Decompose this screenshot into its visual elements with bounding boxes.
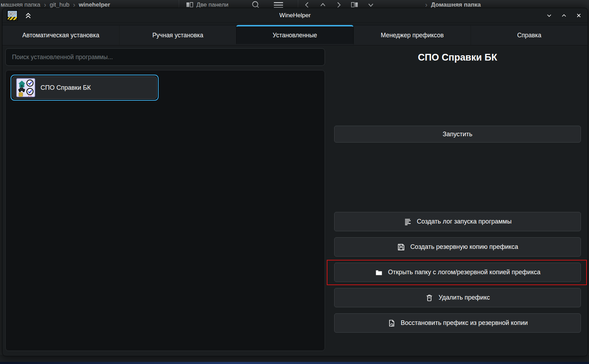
trash-icon bbox=[425, 294, 434, 302]
open-folder-label: Открыть папку с логом/резервной копией п… bbox=[388, 269, 541, 276]
installed-programs-list: 2 5 СПО Справки БК bbox=[5, 70, 325, 351]
log-lines-icon bbox=[404, 218, 412, 226]
nav-back-icon[interactable] bbox=[304, 1, 310, 8]
list-item-spo-spravki[interactable]: 2 5 СПО Справки БК bbox=[11, 75, 159, 101]
program-details-panel: СПО Справки БК Запустить Создать лог зап… bbox=[334, 8, 581, 356]
tab-manual-install[interactable]: Ручная установка bbox=[119, 25, 236, 45]
winehelper-window: WineHelper Автоматическая установка Ручн… bbox=[2, 8, 588, 356]
create-backup-label: Создать резервную копию префикса bbox=[410, 243, 518, 251]
delete-prefix-button[interactable]: Удалить префикс bbox=[334, 288, 581, 307]
breadcrumb-home[interactable]: Домашняя папка bbox=[431, 1, 481, 8]
svg-text:2 5: 2 5 bbox=[28, 94, 32, 97]
program-title: СПО Справки БК bbox=[334, 50, 581, 65]
breadcrumb-home-folder[interactable]: машняя папка bbox=[1, 1, 40, 8]
split-view-label: Две панели bbox=[196, 1, 228, 8]
tab-auto-install[interactable]: Автоматическая установка bbox=[2, 25, 119, 45]
nav-up-icon[interactable] bbox=[319, 1, 326, 8]
folder-icon bbox=[375, 268, 383, 277]
chevron-down-icon[interactable] bbox=[367, 1, 374, 8]
restore-prefix-button[interactable]: Восстановить префикс из резервной копии bbox=[334, 313, 581, 333]
breadcrumb-git-hub[interactable]: git_hub bbox=[50, 1, 69, 8]
create-backup-button[interactable]: Создать резервную копию префикса bbox=[334, 237, 581, 257]
breadcrumb-winehelper[interactable]: winehelper bbox=[79, 1, 110, 8]
floppy-save-icon bbox=[397, 243, 405, 251]
search-input[interactable] bbox=[5, 48, 325, 66]
run-button[interactable]: Запустить bbox=[334, 126, 581, 143]
hamburger-menu-icon bbox=[274, 1, 283, 8]
winehelper-app-icon bbox=[7, 10, 18, 21]
run-button-label: Запустить bbox=[443, 131, 472, 138]
statusbar-highlight bbox=[0, 362, 589, 364]
restore-document-icon bbox=[387, 319, 396, 327]
program-name: СПО Справки БК bbox=[41, 84, 91, 92]
create-log-label: Создать лог запуска программы bbox=[417, 218, 512, 225]
nav-forward-icon[interactable] bbox=[336, 1, 342, 8]
restore-prefix-label: Восстановить префикс из резервной копии bbox=[401, 319, 528, 327]
create-log-button[interactable]: Создать лог запуска программы bbox=[334, 212, 581, 231]
view-mode-icon[interactable] bbox=[351, 2, 358, 8]
delete-prefix-label: Удалить префикс bbox=[438, 294, 490, 301]
program-app-icon: 2 5 bbox=[16, 78, 35, 97]
keep-above-button[interactable] bbox=[24, 11, 33, 20]
open-folder-button[interactable]: Открыть папку с логом/резервной копией п… bbox=[334, 263, 581, 282]
split-panels-icon bbox=[186, 2, 193, 8]
